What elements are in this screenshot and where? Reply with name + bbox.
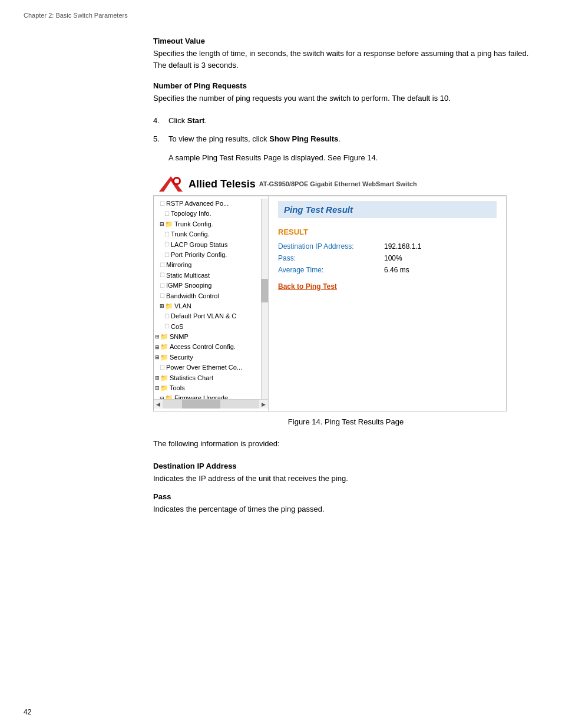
main-panel: Ping Test Result RESULT Destination IP A…	[269, 196, 506, 411]
folder-icon: 📁	[160, 353, 168, 362]
step-4-num: 4.	[153, 115, 164, 127]
timeout-value-section: Timeout Value Specifies the length of ti…	[153, 37, 538, 71]
info-title-destination: Destination IP Address	[153, 462, 538, 470]
chapter-header: Chapter 2: Basic Switch Parameters	[24, 12, 538, 19]
at-logo-svg	[159, 176, 183, 192]
sidebar-item-rstp[interactable]: ☐ RSTP Advanced Po...	[154, 199, 261, 209]
folder-icon: 📁	[160, 384, 168, 393]
ping-requests-title: Number of Ping Requests	[153, 81, 538, 90]
at-header: Allied Telesis AT-GS950/8POE Gigabit Eth…	[153, 173, 507, 196]
result-value-destination: 192.168.1.1	[384, 242, 421, 251]
doc-icon: ☐	[160, 271, 165, 279]
timeout-value-text: Specifies the length of time, in seconds…	[153, 48, 538, 71]
sample-text: A sample Ping Test Results Page is displ…	[168, 152, 538, 164]
sidebar-items-wrap: ☐ RSTP Advanced Po... ☐ Topology Info.	[154, 199, 268, 399]
sidebar-item-vlan[interactable]: ⊞ 📁 VLAN	[154, 301, 261, 311]
result-table: Destination IP Addrress: 192.168.1.1 Pas…	[278, 242, 497, 274]
sidebar-item-mirroring[interactable]: ☐ Mirroring	[154, 260, 261, 270]
ping-requests-text: Specifies the number of ping requests yo…	[153, 93, 538, 104]
sidebar-item-trunk-config[interactable]: ☐ Trunk Config.	[154, 229, 261, 239]
folder-icon: 📁	[160, 374, 168, 383]
result-row-avg-time: Average Time: 6.46 ms	[278, 266, 497, 274]
doc-icon: ☐	[164, 312, 170, 321]
folder-icon: 📁	[165, 220, 173, 229]
ping-requests-section: Number of Ping Requests Specifies the nu…	[153, 81, 538, 104]
result-key-pass: Pass:	[278, 254, 384, 262]
doc-icon: ☐	[160, 364, 165, 372]
scroll-thumb-h[interactable]	[182, 400, 221, 409]
folder-icon: 📁	[165, 302, 173, 311]
ping-result-header: Ping Test Result	[278, 201, 497, 218]
doc-icon: ☐	[164, 251, 170, 259]
info-sections: Destination IP Address Indicates the IP …	[153, 462, 538, 515]
page-number: 42	[24, 708, 31, 716]
sidebar-item-igmp[interactable]: ☐ IGMP Snooping	[154, 281, 261, 291]
scroll-track[interactable]	[163, 400, 259, 409]
result-key-avg-time: Average Time:	[278, 266, 384, 274]
screenshot-body: ☐ RSTP Advanced Po... ☐ Topology Info.	[153, 196, 507, 411]
horizontal-scrollbar[interactable]: ◀ ▶	[154, 399, 268, 409]
info-title-pass: Pass	[153, 492, 538, 501]
step-5-num: 5.	[153, 133, 164, 145]
sidebar-item-statistics[interactable]: ⊞ 📁 Statistics Chart	[154, 373, 261, 383]
sidebar-item-bandwidth[interactable]: ☐ Bandwidth Control	[154, 291, 261, 301]
sidebar-item-trunk-config-folder[interactable]: ⊟ 📁 Trunk Config.	[154, 219, 261, 229]
doc-icon: ☐	[164, 322, 170, 331]
step-4-text: Click Start.	[168, 115, 207, 127]
info-text-destination: Indicates the IP address of the unit tha…	[153, 473, 538, 485]
sidebar-item-static-multicast[interactable]: ☐ Static Multicast	[154, 271, 261, 281]
at-logo	[159, 176, 183, 192]
screenshot-figure: Allied Telesis AT-GS950/8POE Gigabit Eth…	[153, 173, 507, 411]
figure-caption: Figure 14. Ping Test Results Page	[153, 417, 538, 426]
sidebar-scrollbar[interactable]	[261, 199, 268, 399]
sidebar-item-tools[interactable]: ⊟ 📁 Tools	[154, 383, 261, 393]
doc-icon: ☐	[164, 241, 170, 249]
scroll-right-arrow[interactable]: ▶	[259, 401, 268, 407]
sidebar-item-topology[interactable]: ☐ Topology Info.	[154, 209, 261, 219]
step-4: 4. Click Start.	[153, 115, 538, 127]
sidebar-item-poe[interactable]: ☐ Power Over Ethernet Co...	[154, 363, 261, 373]
sidebar-item-security[interactable]: ⊞ 📁 Security	[154, 353, 261, 363]
sidebar-scrollbar-thumb[interactable]	[261, 279, 268, 302]
result-label: RESULT	[278, 228, 497, 236]
info-text-pass: Indicates the percentage of times the pi…	[153, 503, 538, 515]
result-row-pass: Pass: 100%	[278, 254, 497, 262]
doc-icon: ☐	[160, 261, 165, 269]
sidebar-item-lacp[interactable]: ☐ LACP Group Status	[154, 240, 261, 250]
result-value-avg-time: 6.46 ms	[384, 266, 409, 274]
sidebar-scroll-area[interactable]: ☐ RSTP Advanced Po... ☐ Topology Info.	[154, 199, 268, 399]
result-row-destination: Destination IP Addrress: 192.168.1.1	[278, 242, 497, 251]
step-5-text: To view the ping results, click Show Pin…	[168, 133, 340, 145]
following-text: The following information is provided:	[153, 438, 538, 450]
sidebar-item-default-port-vlan[interactable]: ☐ Default Port VLAN & C	[154, 311, 261, 321]
back-to-ping-test-link[interactable]: Back to Ping Test	[278, 282, 337, 291]
step-5: 5. To view the ping results, click Show …	[153, 133, 538, 145]
doc-icon: ☐	[160, 282, 165, 290]
timeout-value-title: Timeout Value	[153, 37, 538, 45]
doc-icon: ☐	[164, 230, 170, 239]
doc-icon: ☐	[164, 210, 170, 218]
folder-icon: 📁	[160, 342, 168, 351]
sidebar-item-firmware[interactable]: ⊟ 📁 Firmware Upgrade	[154, 393, 261, 399]
folder-icon: 📁	[160, 332, 168, 341]
sidebar-item-snmp[interactable]: ⊞ 📁 SNMP	[154, 332, 261, 342]
sidebar-item-port-priority[interactable]: ☐ Port Priority Config.	[154, 250, 261, 260]
sidebar-item-cos[interactable]: ☐ CoS	[154, 322, 261, 332]
doc-icon: ☐	[160, 200, 165, 208]
scroll-left-arrow[interactable]: ◀	[154, 401, 163, 407]
sidebar-item-access-control[interactable]: ⊞ 📁 Access Control Config.	[154, 342, 261, 352]
at-model-text: AT-GS950/8POE Gigabit Ethernet WebSmart …	[259, 180, 417, 187]
result-key-destination: Destination IP Addrress:	[278, 242, 384, 251]
info-section-pass: Pass Indicates the percentage of times t…	[153, 492, 538, 515]
screenshot-sidebar[interactable]: ☐ RSTP Advanced Po... ☐ Topology Info.	[154, 196, 269, 411]
info-section-destination: Destination IP Address Indicates the IP …	[153, 462, 538, 485]
at-header-logo-text: Allied Telesis	[189, 178, 256, 190]
doc-icon: ☐	[160, 292, 165, 300]
svg-point-3	[174, 179, 179, 183]
result-value-pass: 100%	[384, 254, 402, 262]
folder-icon: 📁	[165, 394, 173, 399]
